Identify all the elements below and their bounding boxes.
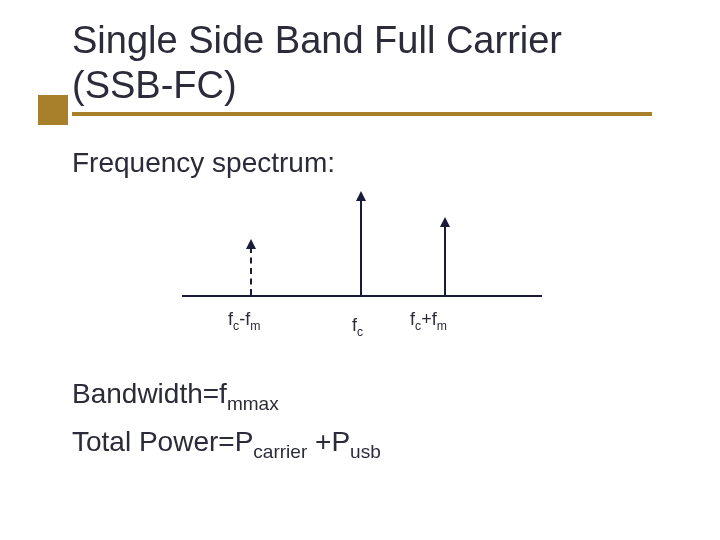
usb-axis-label: fc+fm: [410, 307, 447, 332]
power-prefix: Total Power=P: [72, 426, 253, 457]
bandwidth-prefix: Bandwidth=f: [72, 378, 227, 409]
lsb-minus: -f: [239, 309, 250, 329]
carrier-arrow-line: [360, 199, 362, 295]
bandwidth-sub: mmax: [227, 393, 279, 414]
usb-m: m: [437, 319, 447, 333]
usb-arrow-head-icon: [440, 217, 450, 227]
lsb-arrow-line: [250, 247, 252, 295]
fc-c: c: [357, 325, 363, 339]
subtitle: Frequency spectrum:: [72, 144, 648, 182]
slide-title: Single Side Band Full Carrier (SSB-FC): [72, 18, 648, 108]
lsb-axis-label: fc-fm: [228, 307, 260, 332]
lsb-arrow-head-icon: [246, 239, 256, 249]
power-line: Total Power=Pcarrier +Pusb: [72, 423, 648, 461]
power-carrier-sub: carrier: [253, 441, 307, 462]
bandwidth-line: Bandwidth=fmmax: [72, 375, 648, 413]
carrier-arrow-head-icon: [356, 191, 366, 201]
title-accent-square: [38, 95, 68, 125]
power-usb-sub: usb: [350, 441, 381, 462]
frequency-axis: [182, 295, 542, 297]
slide: Single Side Band Full Carrier (SSB-FC) F…: [0, 0, 720, 461]
title-underline: [72, 112, 652, 116]
usb-arrow-line: [444, 225, 446, 295]
title-block: Single Side Band Full Carrier (SSB-FC): [72, 18, 648, 116]
slide-body: Frequency spectrum: fc-fm fc fc+fm: [72, 144, 648, 461]
lsb-m: m: [250, 319, 260, 333]
usb-plus: +f: [421, 309, 437, 329]
fc-axis-label: fc: [352, 313, 363, 338]
spectrum-diagram: fc-fm fc fc+fm: [182, 195, 542, 355]
power-plus: +P: [307, 426, 350, 457]
